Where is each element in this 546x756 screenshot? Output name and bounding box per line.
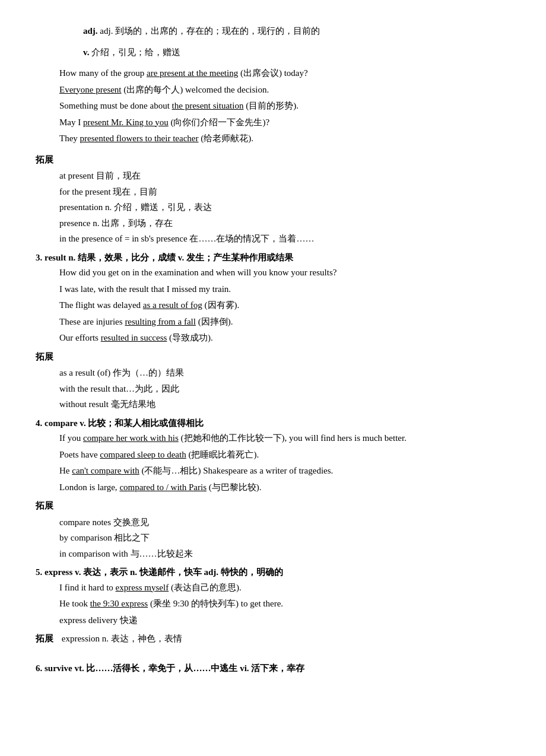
underline-5: presented flowers to their teacher [80,134,199,143]
entry-express: 5. express v. 表达，表示 n. 快递邮件，快车 adj. 特快的，… [36,565,510,647]
compare-ex-1: If you compare her work with his (把她和他的工… [59,431,510,446]
example-line-2: Everyone present (出席的每个人) welcomed the d… [59,82,510,98]
entry-survive-header: 6. survive vt. 比……活得长，幸免于，从……中逃生 vi. 活下来… [36,661,510,676]
expand-item-2-1: as a result (of) 作为（…的）结果 [36,366,510,381]
result-u-2: resulting from a fall [125,317,196,326]
entry-result-header: 3. result n. 结果，效果，比分，成绩 v. 发生；产生某种作用或结果 [36,250,510,266]
example-line-5: They presented flowers to their teacher … [59,131,510,147]
express-adj-label: adj. [204,567,218,577]
compare-ex-4: London is large, compared to / with Pari… [59,480,510,495]
compare-u-1: compare her work with his [83,433,179,443]
express-u-1: express myself [116,583,169,592]
expand-title-1: 拓展 [36,153,510,168]
expand-item-1-5: in the presence of = in sb's presence 在…… [36,231,510,247]
express-ex-3: express delivery 快递 [59,613,510,628]
entry-survive: 6. survive vt. 比……活得长，幸免于，从……中逃生 vi. 活下来… [36,661,510,676]
express-ex-2: He took the 9:30 express (乘坐 9:30 的特快列车)… [59,596,510,612]
adj-line: adj. adj. 到场的，出席的，存在的；现在的，现行的，目前的 [36,24,510,39]
express-u-2: the 9:30 express [90,599,148,608]
expand-item-2-3: without result 毫无结果地 [36,397,510,412]
underline-1: are present at the meeting [147,68,238,78]
v-line: v. 介绍，引见；给，赠送 [36,45,510,61]
compare-ex-3: He can't compare with (不能与…相比) Shakespea… [59,463,510,479]
expand-title-2: 拓展 [36,350,510,365]
page-content: adj. adj. 到场的，出席的，存在的；现在的，现行的，目前的 v. 介绍，… [36,24,510,676]
entry-result: 3. result n. 结果，效果，比分，成绩 v. 发生；产生某种作用或结果… [36,250,510,346]
present-examples: How many of the group are present at the… [36,66,510,147]
compare-u-4: compared to / with Paris [119,482,207,492]
result-ex-4: These are injuries resulting from a fall… [59,315,510,330]
express-examples: I find it hard to express myself (表达自己的意… [36,580,510,628]
expand-item-1-4: presence n. 出席，到场，存在 [36,216,510,231]
example-line-1: How many of the group are present at the… [59,66,510,81]
expand-item-3-2: by comparison 相比之下 [36,531,510,546]
underline-3: the present situation [172,101,244,110]
survive-vi-label: vi. [240,663,249,673]
expand-item-1-2: for the present 现在，目前 [36,185,510,200]
underline-2: Everyone present [59,85,122,94]
express-ex-1: I find it hard to express myself (表达自己的意… [59,580,510,596]
entry-compare-header: 4. compare v. 比较；和某人相比或值得相比 [36,416,510,431]
expand-item-2-2: with the result that…为此，因此 [36,382,510,397]
v-text: 介绍，引见；给，赠送 [91,47,180,57]
expand-item-1-3: presentation n. 介绍，赠送，引见，表达 [36,200,510,215]
result-u-3: resulted in success [101,333,167,342]
example-line-4: May I present Mr. King to you (向你们介绍一下金先… [59,115,510,131]
expand-title-4: 拓展 [36,634,53,643]
result-ex-2: I was late, with the result that I misse… [59,282,510,297]
expand-section-4-inline: 拓展 expression n. 表达，神色，表情 [36,631,510,647]
adj-text: adj. 到场的，出席的，存在的；现在的，现行的，目前的 [100,26,320,36]
compare-u-3: can't compare with [72,466,139,475]
expand-item-3-3: in comparison with 与……比较起来 [36,547,510,562]
compare-examples: If you compare her work with his (把她和他的工… [36,431,510,495]
expand-section-2: 拓展 as a result (of) 作为（…的）结果 with the re… [36,350,510,412]
entry-compare: 4. compare v. 比较；和某人相比或值得相比 If you compa… [36,416,510,495]
expand-item-4-1: expression n. 表达，神色，表情 [56,634,182,643]
spacer [36,650,510,661]
result-u-1: as a result of fog [143,300,202,310]
expand-item-1-1: at present 目前，现在 [36,169,510,184]
expand-section-3: 拓展 compare notes 交换意见 by comparison 相比之下… [36,498,510,561]
expand-section-1: 拓展 at present 目前，现在 for the present 现在，目… [36,153,510,247]
example-line-3: Something must be done about the present… [59,99,510,114]
compare-ex-2: Poets have compared sleep to death (把睡眠比… [59,447,510,463]
underline-4: present Mr. King to you [83,117,169,127]
result-examples: How did you get on in the examination an… [36,265,510,346]
adj-label: adj. [83,26,98,36]
result-ex-1: How did you get on in the examination an… [59,265,510,281]
result-ex-5: Our efforts resulted in success (导致成功). [59,331,510,346]
v-label: v. [83,47,89,57]
entry-express-header: 5. express v. 表达，表示 n. 快递邮件，快车 adj. 特快的，… [36,565,510,580]
expand-title-3: 拓展 [36,498,510,514]
compare-u-2: compared sleep to death [100,450,186,459]
result-ex-3: The flight was delayed as a result of fo… [59,298,510,313]
expand-item-3-1: compare notes 交换意见 [36,515,510,531]
